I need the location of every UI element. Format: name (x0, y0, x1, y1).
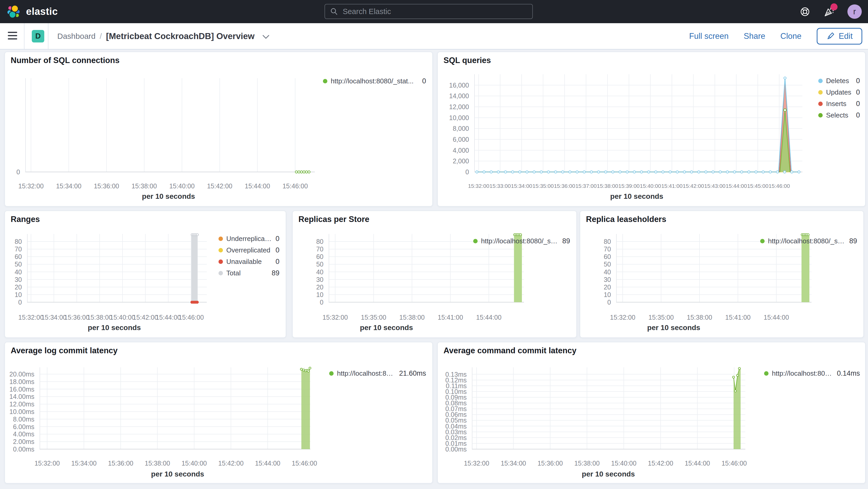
x-axis-tick: 15:32:00 (11, 182, 51, 190)
legend-label: Inserts (826, 100, 852, 108)
x-axis-tick: 15:33:00 (489, 182, 511, 190)
panel-avg-command-commit-latency: Average command commit latency0.00ms0.01… (437, 342, 866, 484)
y-axis-tick: 20 (572, 283, 611, 291)
legend-value: 0 (856, 88, 860, 96)
y-axis-tick: 60 (572, 253, 611, 260)
x-axis-tick: 15:35:00 (532, 182, 554, 190)
x-axis-tick: 15:42:00 (641, 460, 680, 467)
legend-item[interactable]: Selects0 (818, 111, 860, 119)
x-axis-tick: 15:34:00 (64, 460, 103, 467)
y-axis-tick: 18.00ms (0, 378, 34, 385)
legend-dot (818, 90, 823, 95)
y-axis-tick: 10,000 (430, 114, 469, 121)
y-axis-tick: 30 (572, 276, 611, 283)
panel-title: Average log commit latency (11, 346, 118, 355)
legend-label: http://localhost:8080/_stat... (331, 77, 418, 85)
x-axis-tick: 15:35:00 (642, 314, 681, 321)
legend-label: Updates (826, 88, 852, 96)
legend-dot (329, 371, 334, 376)
dashboard-grid: Number of SQL connections015:32:0015:34:… (0, 0, 868, 489)
sql-connections-plot[interactable] (25, 78, 315, 172)
x-axis-tick: 15:46:00 (285, 460, 324, 467)
y-axis-tick: 10.00ms (0, 408, 34, 415)
legend-label: http://localhost:8080... (772, 369, 833, 377)
y-axis-tick: 60 (0, 253, 22, 260)
y-axis-tick: 30 (284, 276, 323, 283)
x-axis-label: per 10 seconds (126, 470, 230, 478)
x-axis-tick: 15:32:00 (603, 314, 642, 321)
legend-item[interactable]: Inserts0 (818, 100, 860, 108)
x-axis-tick: 15:44:00 (238, 182, 277, 190)
avg-log-commit-latency-plot[interactable] (39, 367, 310, 449)
legend-value: 0 (856, 111, 860, 119)
ranges-plot[interactable] (27, 234, 207, 302)
legend-item[interactable]: http://localhost:8080/_sta...89 (760, 237, 857, 245)
legend-item[interactable]: Underreplicated0 (218, 235, 279, 243)
y-axis-tick: 8.00ms (0, 416, 34, 423)
y-axis-tick: 20 (284, 283, 323, 291)
legend: Underreplicated0Overreplicated0Unavailab… (218, 235, 279, 281)
legend-value: 89 (562, 237, 570, 245)
legend-dot (818, 113, 823, 118)
x-axis-tick: 15:38:00 (680, 314, 719, 321)
y-axis-tick: 70 (0, 245, 22, 253)
legend-item[interactable]: http://localhost:8080/_sta...89 (473, 237, 570, 245)
y-axis-tick: 4,000 (430, 147, 469, 154)
legend-dot (473, 239, 477, 243)
x-axis-tick: 15:36:00 (531, 460, 570, 467)
legend-item[interactable]: http://localhost:8080/_stat...0 (323, 77, 426, 85)
legend-dot (764, 371, 769, 376)
legend-item[interactable]: Updates0 (818, 88, 860, 96)
legend-item[interactable]: Total89 (218, 269, 279, 277)
y-axis-tick: 10 (0, 291, 22, 298)
y-axis-tick: 10 (284, 291, 323, 298)
y-axis-tick: 20 (0, 283, 22, 291)
legend-label: Deletes (826, 77, 852, 85)
y-axis-tick: 20.00ms (0, 370, 34, 378)
legend-label: http://localhost:808... (337, 369, 395, 377)
legend-item[interactable]: Deletes0 (818, 77, 860, 85)
x-axis-tick: 15:43:00 (704, 182, 726, 190)
legend-label: Unavailable (226, 258, 272, 266)
legend-label: Selects (826, 111, 852, 119)
y-axis-tick: 2.00ms (0, 438, 34, 445)
y-axis-tick: 10 (572, 291, 611, 298)
x-axis-tick: 15:38:00 (567, 460, 607, 467)
legend-item[interactable]: http://localhost:8080...0.14ms (764, 369, 860, 377)
x-axis-label: per 10 seconds (622, 324, 726, 332)
panel-sql-queries: SQL queries02,0004,0006,0008,00010,00012… (437, 52, 866, 207)
x-axis-tick: 15:36:00 (87, 182, 126, 190)
y-axis-tick: 80 (572, 238, 611, 245)
legend-dot (760, 239, 765, 243)
x-axis-tick: 15:40:00 (640, 182, 661, 190)
panel-title: Average command commit latency (443, 346, 577, 355)
panel-avg-log-commit-latency: Average log commit latency0.00ms2.00ms4.… (4, 342, 433, 484)
x-axis-tick: 15:41:00 (718, 314, 757, 321)
y-axis-tick: 6,000 (430, 136, 469, 143)
legend-item[interactable]: http://localhost:808...21.60ms (329, 369, 426, 377)
legend: http://localhost:8080/_sta...89 (473, 237, 570, 248)
x-axis-tick: 15:32:00 (457, 460, 496, 467)
legend-item[interactable]: Overreplicated0 (218, 246, 279, 254)
x-axis-tick: 15:38:00 (597, 182, 619, 190)
y-axis-tick: 0 (572, 299, 611, 306)
legend-value: 0.14ms (837, 369, 860, 377)
legend-label: Overreplicated (226, 246, 272, 254)
y-axis-tick: 16,000 (430, 82, 469, 89)
x-axis-tick: 15:45:00 (747, 182, 769, 190)
panel-replica-leaseholders: Replica leaseholders0102030405060708015:… (580, 211, 864, 338)
legend: http://localhost:8080/_sta...89 (760, 237, 857, 248)
x-axis-tick: 15:41:00 (661, 182, 683, 190)
x-axis-tick: 15:44:00 (725, 182, 747, 190)
y-axis-tick: 70 (572, 245, 611, 253)
y-axis-tick: 12,000 (430, 103, 469, 111)
sql-queries-plot[interactable] (474, 74, 802, 172)
x-axis-tick: 15:32:00 (28, 460, 67, 467)
legend-item[interactable]: Unavailable0 (218, 258, 279, 266)
avg-command-commit-latency-plot[interactable] (472, 367, 745, 449)
legend: http://localhost:8080...0.14ms (764, 369, 860, 381)
x-axis-tick: 15:46:00 (768, 182, 790, 190)
legend-dot (818, 79, 823, 83)
x-axis-label: per 10 seconds (556, 470, 660, 478)
y-axis-tick: 50 (284, 261, 323, 268)
